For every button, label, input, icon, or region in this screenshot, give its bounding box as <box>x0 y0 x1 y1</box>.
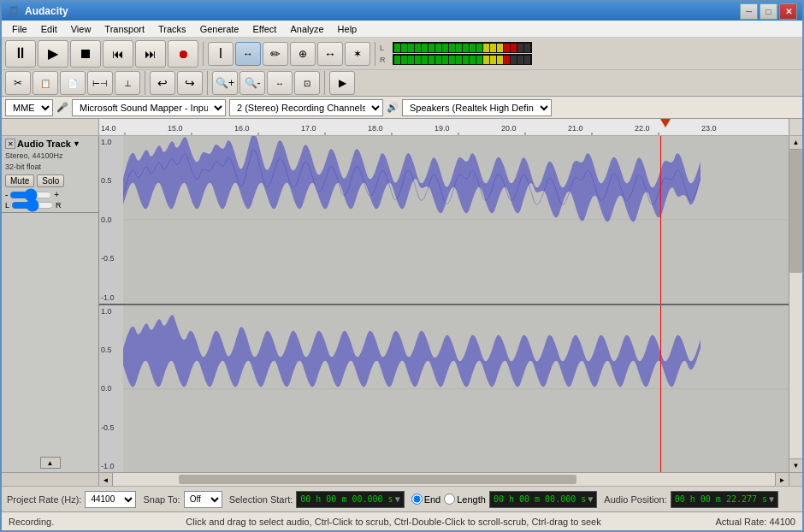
pan-l-label: L <box>5 201 9 210</box>
gain-slider[interactable] <box>9 191 52 199</box>
pause-button[interactable]: ⏸ <box>5 40 36 68</box>
hscroll-right-btn[interactable]: ► <box>775 473 789 486</box>
record-button[interactable]: ⏺ <box>168 40 198 68</box>
stop-button[interactable]: ⏹ <box>70 40 101 68</box>
multi-tool[interactable]: ✶ <box>345 42 370 66</box>
sel-end-display[interactable]: 00 h 00 m 00.000 s ▼ <box>489 491 597 508</box>
vu-seg <box>497 44 503 52</box>
vu-seg <box>442 44 448 52</box>
menu-transport[interactable]: Transport <box>98 21 151 37</box>
redo-button[interactable]: ↪ <box>177 71 203 95</box>
solo-button[interactable]: Solo <box>37 174 64 187</box>
vertical-scrollbar[interactable]: ▲ ▼ <box>789 136 802 472</box>
waveform-channel-1[interactable]: 1.0 0.5 0.0 -0.5 -1.0 <box>99 136 789 305</box>
undo-button[interactable]: ↩ <box>150 71 175 95</box>
menu-view[interactable]: View <box>64 21 98 37</box>
input-device-select[interactable]: Microsoft Sound Mapper - Input <box>72 99 226 116</box>
ruler-svg: 14.0 15.0 16.0 17.0 18.0 19.0 20.0 21.0 <box>99 119 789 135</box>
vu-seg <box>504 44 510 52</box>
scroll-thumb[interactable] <box>789 150 802 273</box>
track-dropdown-btn[interactable]: ▼ <box>73 139 80 148</box>
end-radio-label[interactable]: End <box>411 494 441 505</box>
skip-start-button[interactable]: ⏮ <box>103 40 133 68</box>
sel-start-dropdown[interactable]: ▼ <box>395 494 400 504</box>
sel-end-dropdown[interactable]: ▼ <box>588 494 593 504</box>
playhead-line-1 <box>660 136 661 304</box>
track-header: ✕ Audio Track ▼ Stereo, 44100Hz 32-bit f… <box>2 136 98 213</box>
pan-slider[interactable] <box>11 201 54 210</box>
svg-text:16.0: 16.0 <box>234 124 250 133</box>
scroll-track[interactable] <box>789 150 802 458</box>
length-radio-label[interactable]: Length <box>444 494 486 505</box>
status-recording: Recording. <box>9 517 94 527</box>
zoom-tool[interactable]: ⊕ <box>290 42 316 66</box>
vu-seg <box>463 44 469 52</box>
menu-generate[interactable]: Generate <box>193 21 246 37</box>
gain-minus-label: - <box>5 190 8 199</box>
zoom-fit-button[interactable]: ↔ <box>267 71 293 95</box>
channels-select[interactable]: 2 (Stereo) Recording Channels <box>229 99 383 116</box>
hscroll-track[interactable] <box>113 473 775 486</box>
playhead-line-2 <box>660 305 661 473</box>
close-button[interactable]: ✕ <box>779 3 797 20</box>
project-rate-select[interactable]: 44100 <box>85 491 136 508</box>
maximize-button[interactable]: □ <box>760 3 777 20</box>
audio-pos-dropdown[interactable]: ▼ <box>769 494 774 504</box>
svg-text:19.0: 19.0 <box>435 124 450 133</box>
vu-right-label: R <box>380 56 392 64</box>
timeshift-tool[interactable]: ↔ <box>317 42 343 66</box>
waveform-channel-2[interactable]: 1.0 0.5 0.0 -0.5 -1.0 <box>99 305 789 473</box>
vu-seg <box>429 56 435 64</box>
vu-seg <box>435 44 441 52</box>
collapse-button[interactable]: ▲ <box>40 457 61 469</box>
menu-file[interactable]: File <box>5 21 34 37</box>
waveform-svg-1 <box>123 136 789 304</box>
vu-seg <box>449 44 455 52</box>
hscroll-left-btn[interactable]: ◄ <box>99 473 113 486</box>
vu-seg <box>490 56 496 64</box>
menu-effect[interactable]: Effect <box>246 21 284 37</box>
snap-to-select[interactable]: Off <box>184 491 222 508</box>
vu-seg <box>483 56 489 64</box>
length-radio[interactable] <box>444 494 455 505</box>
minimize-button[interactable]: ─ <box>740 3 758 20</box>
play-button[interactable]: ▶ <box>38 40 68 68</box>
audio-pos-display[interactable]: 00 h 00 m 22.277 s ▼ <box>671 491 778 508</box>
track-close-btn[interactable]: ✕ <box>5 139 15 149</box>
vu-seg <box>490 44 496 52</box>
draw-tool[interactable]: ✏ <box>263 42 288 66</box>
length-label: Length <box>457 494 486 505</box>
play-at-speed[interactable]: ▶ <box>329 71 355 95</box>
vu-seg <box>470 56 476 64</box>
skip-end-button[interactable]: ⏭ <box>135 40 166 68</box>
scroll-up-btn[interactable]: ▲ <box>789 136 802 150</box>
end-label: End <box>424 494 441 505</box>
silence-button[interactable]: ⊥ <box>115 71 140 95</box>
output-device-select[interactable]: Speakers (Realtek High Definiti <box>402 99 552 116</box>
zoom-in-button[interactable]: 🔍+ <box>212 71 238 95</box>
sel-start-display[interactable]: 00 h 00 m 00.000 s ▼ <box>296 491 404 508</box>
hscroll-thumb[interactable] <box>179 475 576 484</box>
zoom-out-button[interactable]: 🔍- <box>239 71 265 95</box>
selection-tool[interactable]: ↔ <box>235 42 261 66</box>
audio-host-select[interactable]: MME <box>5 99 53 116</box>
vu-meter-area: L <box>380 42 532 65</box>
copy-button[interactable]: 📋 <box>33 71 58 95</box>
zoom-sel-button[interactable]: ⊡ <box>294 71 320 95</box>
track-collapse-area: ▲ <box>2 453 98 472</box>
vu-seg <box>408 56 414 64</box>
menu-help[interactable]: Help <box>331 21 364 37</box>
vu-seg <box>408 44 414 52</box>
menu-analyze[interactable]: Analyze <box>283 21 330 37</box>
mute-button[interactable]: Mute <box>5 174 34 187</box>
menu-tracks[interactable]: Tracks <box>151 21 193 37</box>
end-radio[interactable] <box>411 494 423 505</box>
paste-button[interactable]: 📄 <box>60 71 86 95</box>
waveform-area: 1.0 0.5 0.0 -0.5 -1.0 <box>99 136 789 472</box>
trim-button[interactable]: ⊢⊣ <box>87 71 113 95</box>
ibeam-tool[interactable]: I <box>208 42 234 66</box>
scroll-down-btn[interactable]: ▼ <box>789 458 802 472</box>
vu-seg <box>517 44 523 52</box>
menu-edit[interactable]: Edit <box>34 21 64 37</box>
cut-button[interactable]: ✂ <box>5 71 31 95</box>
